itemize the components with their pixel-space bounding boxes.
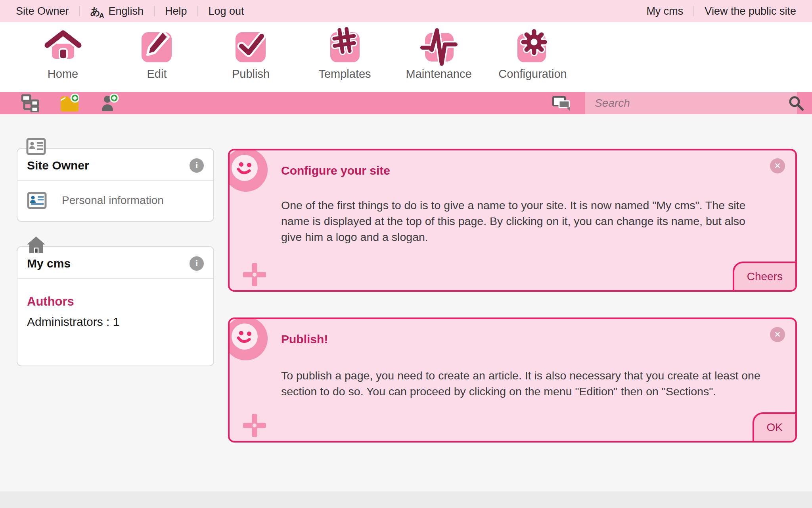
- personal-information-link[interactable]: Personal information: [17, 181, 213, 220]
- notice-body: One of the first things to do is to give…: [281, 197, 766, 245]
- info-icon[interactable]: i: [190, 256, 204, 271]
- card-header: My cms i: [17, 247, 213, 279]
- topbar: Site Owner あA English Help Log out My cm…: [0, 0, 812, 22]
- nav-label: Home: [48, 67, 78, 81]
- card-header: Site Owner i: [17, 149, 213, 181]
- smiley-badge: [228, 318, 268, 360]
- site-tree-icon[interactable]: [21, 94, 39, 112]
- notice-title: Configure your site: [281, 164, 768, 177]
- search-placeholder: Search: [595, 97, 630, 110]
- topbar-link-site-owner[interactable]: Site Owner: [16, 5, 69, 17]
- notice-configure-site: Configure your site One of the first thi…: [228, 149, 797, 292]
- separator: [154, 6, 155, 16]
- card-title: Site Owner: [27, 159, 190, 172]
- topbar-right-group: My cms View the public site: [646, 5, 796, 17]
- search-input[interactable]: Search: [585, 92, 797, 114]
- separator: [693, 6, 694, 16]
- nav-item-configuration[interactable]: Configuration: [486, 22, 580, 92]
- personal-information-label: Personal information: [62, 194, 164, 207]
- topbar-link-view-public-site[interactable]: View the public site: [705, 5, 796, 17]
- info-icon[interactable]: i: [190, 158, 204, 173]
- maintenance-pulse-icon: [419, 27, 459, 67]
- ok-button[interactable]: OK: [753, 412, 797, 443]
- toolbar-icon-group: [21, 94, 119, 112]
- administrators-count: Administrators : 1: [27, 315, 204, 329]
- smiley-face-icon: [232, 323, 258, 350]
- nav-item-edit[interactable]: Edit: [110, 22, 204, 92]
- notice-publish: Publish! To publish a page, you need to …: [228, 318, 797, 443]
- site-owner-card: Site Owner i Personal information: [17, 148, 214, 222]
- smiley-badge: [228, 149, 268, 192]
- card-body: Authors Administrators : 1: [17, 279, 213, 332]
- topbar-site-name[interactable]: My cms: [646, 5, 683, 17]
- magnifier-icon[interactable]: [787, 95, 805, 112]
- separator: [197, 6, 198, 16]
- nav-label: Publish: [232, 67, 270, 81]
- nav-item-maintenance[interactable]: Maintenance: [392, 22, 486, 92]
- language-label: English: [108, 5, 144, 17]
- content-area: Site Owner i Personal information My c: [0, 114, 812, 491]
- secondary-toolbar: Search: [0, 92, 812, 114]
- notice-title: Publish!: [281, 333, 768, 346]
- topbar-link-logout[interactable]: Log out: [209, 5, 244, 17]
- configuration-gear-icon: [513, 27, 553, 67]
- id-card-icon: [26, 138, 46, 155]
- authors-link[interactable]: Authors: [27, 294, 204, 309]
- nav-label: Edit: [147, 67, 167, 81]
- topbar-left-group: Site Owner あA English Help Log out: [16, 5, 646, 17]
- nav-label: Templates: [318, 67, 371, 81]
- card-title: My cms: [27, 257, 190, 270]
- new-author-icon[interactable]: [100, 94, 119, 113]
- separator: [79, 6, 80, 16]
- translate-icon: あA: [90, 6, 105, 16]
- site-summary-card: My cms i Authors Administrators : 1: [17, 246, 214, 366]
- nav-item-templates[interactable]: Templates: [298, 22, 392, 92]
- notice-body: To publish a page, you need to create an…: [281, 368, 766, 399]
- expand-plus-icon[interactable]: [243, 414, 266, 437]
- nav-item-home[interactable]: Home: [16, 22, 110, 92]
- new-section-folder-icon[interactable]: [59, 94, 79, 113]
- nav-item-publish[interactable]: Publish: [204, 22, 298, 92]
- main-navbar: Home Edit Publish: [0, 22, 812, 92]
- templates-hash-icon: [325, 27, 365, 67]
- topbar-link-help[interactable]: Help: [165, 5, 187, 17]
- cheers-button[interactable]: Cheers: [733, 262, 797, 292]
- forum-chat-icon[interactable]: [552, 96, 572, 112]
- nav-label: Configuration: [498, 67, 567, 81]
- footer-strip: [0, 491, 812, 508]
- close-icon[interactable]: ✕: [770, 158, 785, 173]
- language-switcher[interactable]: あA English: [90, 5, 144, 17]
- publish-check-icon: [231, 27, 271, 67]
- expand-plus-icon[interactable]: [243, 263, 266, 286]
- close-icon[interactable]: ✕: [770, 327, 785, 342]
- edit-pencil-icon: [137, 27, 177, 67]
- cms-admin-page: Site Owner あA English Help Log out My cm…: [0, 0, 812, 508]
- house-icon: [26, 236, 46, 255]
- home-icon: [43, 27, 83, 67]
- nav-label: Maintenance: [406, 67, 471, 81]
- id-card-icon: [27, 192, 47, 209]
- smiley-face-icon: [232, 155, 258, 181]
